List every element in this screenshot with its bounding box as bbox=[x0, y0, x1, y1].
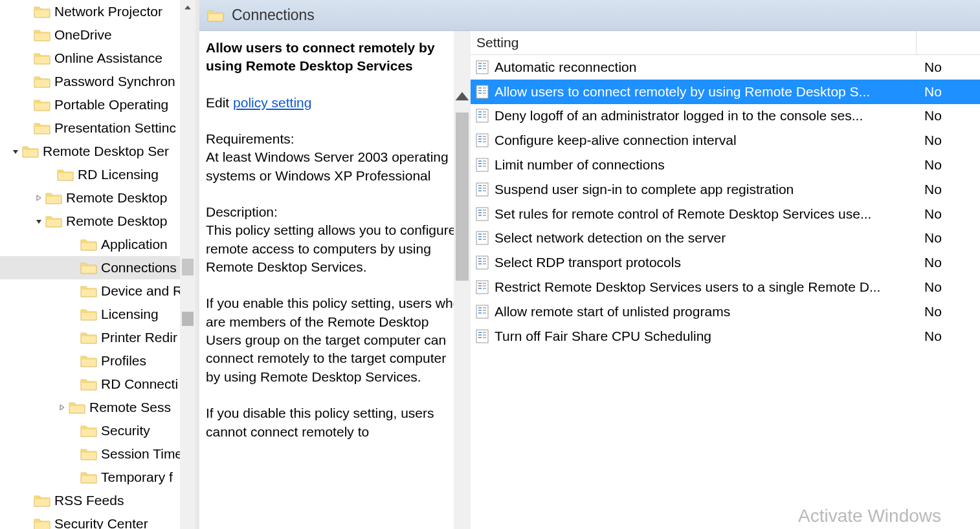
settings-row[interactable]: Turn off Fair Share CPU SchedulingNo bbox=[470, 324, 980, 349]
settings-row[interactable]: Allow remote start of unlisted programsN… bbox=[470, 299, 980, 324]
setting-icon bbox=[475, 133, 489, 147]
tree-item-label: Profiles bbox=[101, 353, 146, 369]
list-column-header[interactable]: Setting bbox=[470, 31, 980, 55]
settings-row[interactable]: Allow users to connect remotely by using… bbox=[470, 80, 980, 104]
details-body: Allow users to connect remotely by using… bbox=[199, 31, 470, 441]
column-setting[interactable]: Setting bbox=[470, 31, 917, 54]
tree-item[interactable]: Portable Operating bbox=[0, 93, 195, 116]
chevron-down-icon[interactable] bbox=[10, 146, 21, 157]
folder-icon bbox=[34, 5, 50, 19]
setting-label: Select network detection on the server bbox=[495, 230, 726, 246]
tree-item[interactable]: Remote Desktop bbox=[0, 186, 195, 210]
tree-item[interactable]: Online Assistance bbox=[0, 47, 195, 70]
settings-row[interactable]: Configure keep-alive connection interval… bbox=[470, 128, 980, 153]
settings-row[interactable]: Limit number of connectionsNo bbox=[470, 153, 980, 177]
tree-item-label: Remote Sess bbox=[89, 400, 171, 415]
description-text-2: If you enable this policy setting, users… bbox=[206, 294, 463, 386]
requirements-block: Requirements: At least Windows Server 20… bbox=[206, 130, 463, 185]
settings-row[interactable]: Select network detection on the serverNo bbox=[470, 226, 980, 251]
folder-icon bbox=[80, 261, 97, 275]
settings-rows: Automatic reconnectionNoAllow users to c… bbox=[470, 55, 980, 529]
setting-icon bbox=[475, 231, 489, 245]
setting-label: Configure keep-alive connection interval bbox=[495, 133, 737, 148]
setting-label: Restrict Remote Desktop Services users t… bbox=[495, 279, 880, 295]
tree-scrollbar[interactable] bbox=[180, 0, 195, 529]
folder-icon bbox=[80, 237, 97, 252]
setting-state: No bbox=[917, 230, 980, 246]
scroll-up-icon[interactable] bbox=[454, 87, 471, 107]
tree-item[interactable]: Profiles bbox=[0, 349, 195, 372]
setting-state: No bbox=[917, 255, 980, 270]
setting-label: Allow remote start of unlisted programs bbox=[495, 304, 730, 319]
tree-item[interactable]: Remote Desktop bbox=[0, 210, 195, 233]
folder-icon bbox=[80, 470, 97, 484]
settings-row[interactable]: Select RDP transport protocolsNo bbox=[470, 250, 980, 275]
settings-list-panel: Setting Automatic reconnectionNoAllow us… bbox=[470, 0, 980, 529]
chevron-right-icon[interactable] bbox=[57, 402, 67, 413]
tree-item[interactable]: Device and R bbox=[0, 279, 195, 303]
description-text-1: This policy setting allows you to config… bbox=[206, 222, 456, 274]
folder-icon bbox=[34, 493, 50, 508]
details-scrollbar[interactable] bbox=[454, 31, 471, 529]
tree-item[interactable]: Session Time bbox=[0, 442, 195, 466]
folder-icon bbox=[207, 8, 224, 23]
tree-item[interactable]: Presentation Settinc bbox=[0, 116, 195, 140]
tree-view[interactable]: Network ProjectorOneDriveOnline Assistan… bbox=[0, 0, 195, 529]
folder-icon bbox=[34, 51, 50, 65]
tree-item[interactable]: Printer Redir bbox=[0, 326, 195, 349]
setting-state: No bbox=[917, 206, 980, 222]
tree-item[interactable]: OneDrive bbox=[0, 23, 195, 47]
tree-item[interactable]: RD Licensing bbox=[0, 163, 195, 186]
tree-item-label: Remote Desktop bbox=[66, 190, 167, 206]
tree-item[interactable]: RSS Feeds bbox=[0, 489, 195, 512]
tree-item[interactable]: Password Synchron bbox=[0, 70, 195, 93]
settings-row[interactable]: Automatic reconnectionNo bbox=[470, 55, 980, 80]
setting-label: Turn off Fair Share CPU Scheduling bbox=[495, 329, 711, 344]
tree-item[interactable]: Temporary f bbox=[0, 466, 195, 489]
tree-item[interactable]: Remote Desktop Ser bbox=[0, 140, 195, 163]
folder-icon bbox=[80, 307, 97, 321]
details-panel: Connections Allow users to connect remot… bbox=[199, 0, 470, 529]
setting-icon bbox=[475, 158, 489, 172]
tree-item-label: RD Connecti bbox=[101, 376, 178, 392]
tree-item-label: Application bbox=[101, 237, 168, 252]
tree-item-label: Password Synchron bbox=[54, 74, 175, 89]
tree-item[interactable]: Network Projector bbox=[0, 0, 195, 23]
setting-state: No bbox=[917, 59, 980, 75]
tree-item[interactable]: RD Connecti bbox=[0, 372, 195, 396]
edit-policy-link[interactable]: policy setting bbox=[233, 95, 311, 110]
tree-item[interactable]: Security Center bbox=[0, 512, 195, 529]
tree-item[interactable]: Remote Sess bbox=[0, 396, 195, 419]
setting-state: No bbox=[917, 157, 980, 173]
tree-item-label: RD Licensing bbox=[78, 167, 159, 182]
folder-icon bbox=[34, 28, 50, 42]
folder-icon bbox=[57, 167, 74, 182]
folder-icon bbox=[34, 98, 50, 112]
settings-row[interactable]: Suspend user sign-in to complete app reg… bbox=[470, 177, 980, 202]
scrollbar-thumb[interactable] bbox=[182, 312, 194, 326]
folder-icon bbox=[80, 354, 97, 368]
tree-item-label: Session Time bbox=[101, 446, 183, 462]
tree-item-label: Device and R bbox=[101, 283, 183, 299]
scroll-up-icon[interactable] bbox=[180, 0, 195, 16]
tree-item-label: Online Assistance bbox=[54, 50, 162, 66]
tree-item[interactable]: Connections bbox=[0, 256, 195, 279]
folder-icon bbox=[34, 74, 50, 89]
settings-row[interactable]: Restrict Remote Desktop Services users t… bbox=[470, 275, 980, 299]
setting-icon bbox=[475, 329, 489, 343]
chevron-down-icon[interactable] bbox=[34, 216, 44, 226]
scrollbar-thumb[interactable] bbox=[182, 259, 194, 275]
tree-item-label: Security Center bbox=[54, 516, 148, 529]
settings-row[interactable]: Deny logoff of an administrator logged i… bbox=[470, 104, 980, 129]
folder-icon bbox=[22, 144, 39, 158]
scrollbar-thumb[interactable] bbox=[456, 113, 469, 281]
tree-item[interactable]: Security bbox=[0, 419, 195, 442]
chevron-right-icon[interactable] bbox=[34, 193, 44, 203]
setting-state: No bbox=[917, 108, 980, 124]
settings-row[interactable]: Set rules for remote control of Remote D… bbox=[470, 202, 980, 226]
folder-icon bbox=[45, 191, 62, 205]
setting-icon bbox=[475, 182, 489, 197]
folder-icon bbox=[69, 400, 85, 415]
tree-item[interactable]: Licensing bbox=[0, 303, 195, 326]
tree-item[interactable]: Application bbox=[0, 233, 195, 256]
